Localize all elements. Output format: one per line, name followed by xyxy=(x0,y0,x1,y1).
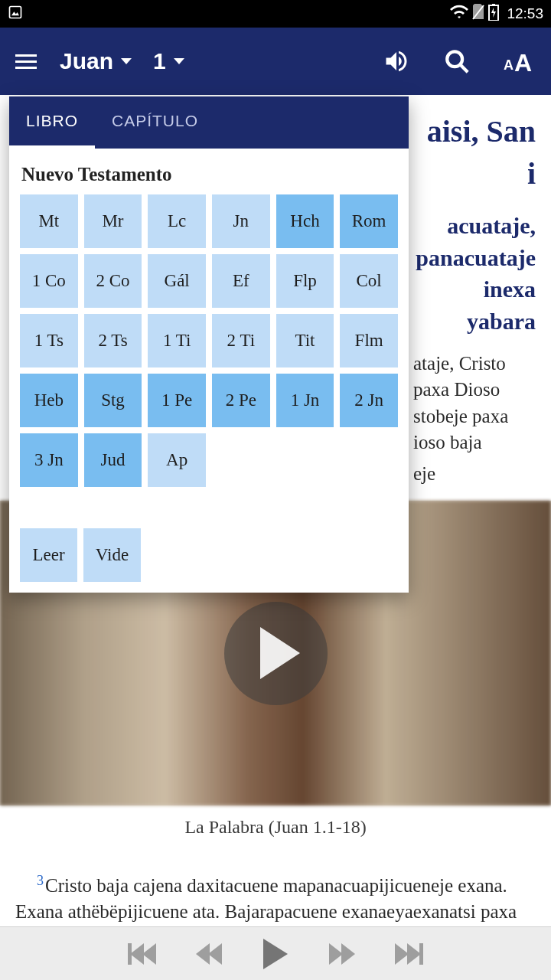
book-cell[interactable]: 2 Ts xyxy=(84,314,142,368)
play-button[interactable] xyxy=(263,939,288,969)
svg-marker-1 xyxy=(11,11,19,15)
verse-paragraph: 3Cristo baja cajena daxitacuene mapanacu… xyxy=(15,871,536,926)
audio-button[interactable] xyxy=(383,47,410,75)
skip-forward-button[interactable] xyxy=(395,943,423,965)
book-grid: MtMrLcJnHchRom1 Co2 CoGálEfFlpCol1 Ts2 T… xyxy=(20,194,398,487)
status-bar: 12:53 xyxy=(0,0,551,28)
book-cell[interactable]: 2 Ti xyxy=(212,314,270,368)
book-cell[interactable]: 1 Ts xyxy=(20,314,78,368)
book-cell[interactable]: Heb xyxy=(20,374,78,427)
book-cell[interactable]: Jud xyxy=(84,433,142,487)
book-cell[interactable]: 2 Co xyxy=(84,254,142,308)
book-cell[interactable]: Flm xyxy=(340,314,398,368)
book-cell[interactable]: Mr xyxy=(84,194,142,248)
book-cell[interactable]: 1 Co xyxy=(20,254,78,308)
book-cell[interactable]: 2 Pe xyxy=(212,374,270,427)
book-cell[interactable]: Flp xyxy=(276,254,334,308)
book-cell[interactable]: 2 Jn xyxy=(340,374,398,427)
book-cell[interactable]: Col xyxy=(340,254,398,308)
book-cell[interactable]: Lc xyxy=(148,194,206,248)
book-dropdown[interactable]: Juan xyxy=(60,48,132,74)
menu-button[interactable] xyxy=(15,54,37,69)
chapter-label: 1 xyxy=(153,48,166,74)
app-bar: Juan 1 AA xyxy=(0,28,551,95)
chapter-dropdown[interactable]: 1 xyxy=(153,48,184,74)
forward-button[interactable] xyxy=(329,943,354,965)
book-cell[interactable]: Stg xyxy=(84,374,142,427)
verse-number: 3 xyxy=(37,873,44,888)
book-cell[interactable]: Ap xyxy=(148,433,206,487)
book-cell[interactable]: 1 Jn xyxy=(276,374,334,427)
book-cell[interactable]: Ef xyxy=(212,254,270,308)
tab-libro[interactable]: LIBRO xyxy=(9,96,95,149)
svg-line-7 xyxy=(460,64,468,72)
book-cell[interactable]: Hch xyxy=(276,194,334,248)
book-cell[interactable]: 1 Pe xyxy=(148,374,206,427)
image-icon xyxy=(8,5,23,24)
svg-text:A: A xyxy=(504,57,514,73)
extra-cell[interactable]: Vide xyxy=(83,528,141,582)
book-picker-popup: LIBRO CAPÍTULO Nuevo Testamento MtMrLcJn… xyxy=(9,96,409,593)
tab-capitulo[interactable]: CAPÍTULO xyxy=(95,96,215,149)
svg-marker-5 xyxy=(491,8,496,18)
section-label: Nuevo Testamento xyxy=(21,164,398,185)
chevron-down-icon xyxy=(121,58,132,64)
wifi-icon xyxy=(450,5,468,24)
skip-back-button[interactable] xyxy=(128,943,156,965)
play-icon xyxy=(263,939,288,969)
play-icon xyxy=(260,627,300,679)
book-cell[interactable]: Jn xyxy=(212,194,270,248)
book-label: Juan xyxy=(60,48,113,74)
tab-bar: LIBRO CAPÍTULO xyxy=(9,96,409,149)
book-cell[interactable]: Mt xyxy=(20,194,78,248)
extras-row: LeerVide xyxy=(20,528,398,582)
video-caption: La Palabra (Juan 1.1-18) xyxy=(15,815,536,840)
status-clock: 12:53 xyxy=(507,5,543,22)
rewind-button[interactable] xyxy=(197,943,222,965)
play-overlay[interactable] xyxy=(224,602,328,705)
svg-point-6 xyxy=(447,51,462,67)
svg-rect-0 xyxy=(10,6,21,18)
battery-icon xyxy=(488,4,499,24)
font-size-button[interactable]: AA xyxy=(504,48,536,74)
playback-bar xyxy=(0,926,551,980)
chevron-down-icon xyxy=(174,58,184,64)
book-cell[interactable]: 3 Jn xyxy=(20,433,78,487)
svg-text:A: A xyxy=(514,49,532,74)
book-cell[interactable]: Gál xyxy=(148,254,206,308)
book-cell[interactable]: Rom xyxy=(340,194,398,248)
extra-cell[interactable]: Leer xyxy=(20,528,77,582)
svg-rect-4 xyxy=(492,4,495,5)
sim-icon xyxy=(471,4,485,24)
verse-text: Cristo baja cajena daxitacuene mapanacua… xyxy=(15,875,517,926)
book-cell[interactable]: 1 Ti xyxy=(148,314,206,368)
book-cell[interactable]: Tit xyxy=(276,314,334,368)
search-button[interactable] xyxy=(444,48,470,74)
